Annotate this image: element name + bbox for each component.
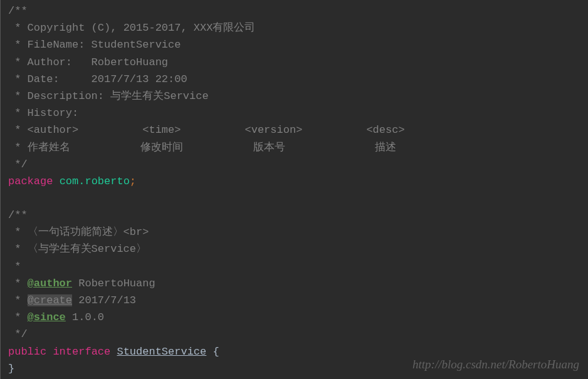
interface-keyword: interface [53,346,110,358]
author-doc-tag: @author [28,278,72,289]
javadoc-author-line: * @author RobertoHuang [8,275,580,292]
author-value: RobertoHuang [72,278,155,289]
spacer [181,124,244,136]
javadoc-since-line: * @since 1.0.0 [8,309,580,326]
comment-line: * History: [8,105,580,122]
spacer [302,124,366,136]
comment-line: * FileName: StudentService [8,36,580,53]
blank-line [8,190,580,207]
comment-line: * Date: 2017/7/13 22:00 [8,71,580,88]
version-tag: <version> [245,124,303,136]
spacer [78,124,142,136]
javadoc-close: */ [8,326,580,343]
javadoc-line: * 〈与学生有关Service〉 [8,241,580,257]
spacer [110,346,117,358]
javadoc-open: /** [8,207,580,224]
since-doc-tag: @since [28,311,66,323]
package-identifier: com.roberto [60,175,130,187]
package-keyword: package [8,175,53,187]
semicolon: ; [130,175,136,187]
comment-prefix: * [8,124,28,136]
author-tag: <author> [28,124,79,136]
br-tag: <br> [123,226,149,238]
javadoc-line: * [8,258,580,275]
comment-line: * Description: 与学生有关Service [8,88,580,105]
comment-line: * Copyright (C), 2015-2017, XXX有限公司 [8,19,580,36]
comment-prefix: * [8,278,28,289]
javadoc-create-line: * @create 2017/7/13 [8,292,580,309]
comment-line: /** [8,3,580,19]
desc-tag: <desc> [366,124,404,136]
create-doc-tag: @create [28,294,72,306]
interface-name: StudentService [117,346,206,358]
create-value: 2017/7/13 [72,294,136,306]
spacer [53,175,59,187]
time-tag: <time> [142,124,181,136]
comment-close: */ [8,156,580,173]
comment-line: * Author: RobertoHuang [8,54,580,71]
watermark: http://blog.csdn.net/RobertoHuang [412,355,579,374]
since-value: 1.0.0 [66,311,104,323]
comment-text: * 〈一句话功能简述〉 [8,226,123,238]
comment-header-line: * <author> <time> <version> <desc> [8,122,580,138]
javadoc-line: * 〈一句话功能简述〉<br> [8,224,580,241]
package-line: package com.roberto; [8,173,580,190]
public-keyword: public [8,346,46,358]
code-editor[interactable]: /** * Copyright (C), 2015-2017, XXX有限公司 … [8,3,580,377]
spacer [46,346,53,358]
comment-prefix: * [8,311,28,323]
open-brace: { [206,346,219,358]
comment-line: * 作者姓名 修改时间 版本号 描述 [8,139,580,156]
comment-prefix: * [8,294,28,306]
